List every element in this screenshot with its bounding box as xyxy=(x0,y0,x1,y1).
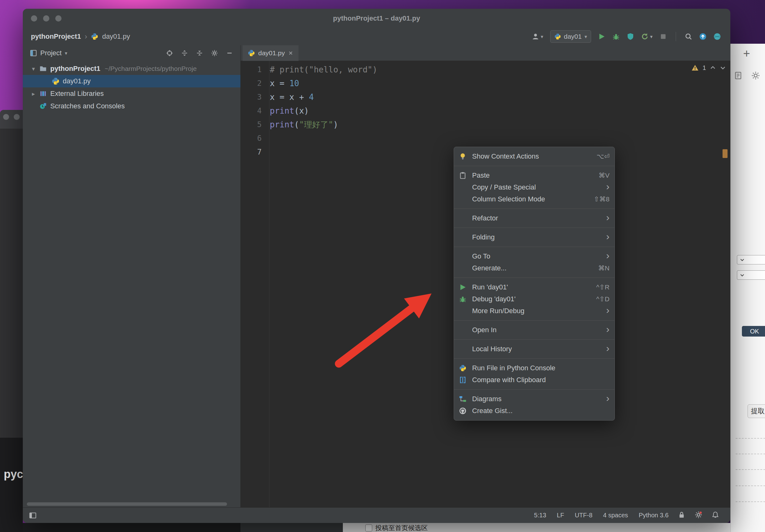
profiler-icon xyxy=(641,33,648,40)
chevron-down-icon[interactable]: ▾ xyxy=(65,50,67,56)
gear-badge-button[interactable] xyxy=(695,511,702,519)
menu-item-folding[interactable]: Folding› xyxy=(454,231,614,243)
background-strip xyxy=(23,523,241,532)
project-panel-title[interactable]: Project xyxy=(40,49,62,57)
line-number: 7 xyxy=(241,145,269,159)
menu-item-more-run-debug[interactable]: More Run/Debug› xyxy=(454,305,614,317)
code-line[interactable]: x = 10 xyxy=(270,77,721,90)
gear-button[interactable] xyxy=(211,50,218,57)
menu-item-copy-paste-special[interactable]: Copy / Paste Special› xyxy=(454,182,614,193)
status-item-utf-8[interactable]: UTF-8 xyxy=(575,512,593,519)
menu-item-go-to[interactable]: Go To› xyxy=(454,251,614,262)
profiler-button[interactable]: ▾ xyxy=(641,33,653,40)
lightbulb-icon xyxy=(459,153,466,160)
target-button[interactable] xyxy=(166,50,173,57)
tree-item-scratches-and-consoles[interactable]: Scratches and Consoles xyxy=(23,100,241,112)
menu-item-open-in[interactable]: Open In› xyxy=(454,324,614,336)
menu-item-create-gist[interactable]: Create Gist... xyxy=(454,405,614,417)
close-icon[interactable] xyxy=(288,50,294,56)
pycharm-window: pythonProject1 – day01.py pythonProject1… xyxy=(23,9,730,523)
traffic-light-icon[interactable] xyxy=(14,114,20,120)
titlebar[interactable]: pythonProject1 – day01.py xyxy=(23,9,730,28)
doc-button[interactable] xyxy=(734,71,743,80)
python-icon xyxy=(248,49,255,57)
inspection-widget[interactable]: 1 xyxy=(691,64,726,72)
bell-button[interactable] xyxy=(712,511,719,519)
checkbox-icon[interactable] xyxy=(365,525,372,531)
target-icon xyxy=(166,50,173,57)
extract-button[interactable]: 提取 xyxy=(748,404,765,418)
background-window-left[interactable]: pyc xyxy=(0,110,23,532)
chevron-up-icon[interactable] xyxy=(710,65,716,71)
minus-button[interactable] xyxy=(226,50,233,57)
menu-item-run-day01[interactable]: Run 'day01'^⇧R xyxy=(454,281,614,293)
error-stripe-mark[interactable] xyxy=(723,149,728,158)
menu-item-label: Copy / Paste Special xyxy=(472,183,606,192)
tree-label: day01.py xyxy=(63,77,91,85)
menu-item-label: Open In xyxy=(472,326,606,334)
user-menu-button[interactable]: ▾ xyxy=(532,33,543,40)
submit-homepage-checkbox[interactable]: 投稿至首页候选区 xyxy=(365,524,428,532)
tab-day01[interactable]: day01.py xyxy=(243,45,299,61)
menu-item-run-file-in-python-console[interactable]: Run File in Python Console xyxy=(454,362,614,374)
stop-button[interactable] xyxy=(659,33,667,40)
ok-button[interactable]: OK xyxy=(742,326,765,336)
code-line[interactable]: # print("hello, word") xyxy=(270,63,721,77)
tree-item-external-libraries[interactable]: ▸External Libraries xyxy=(23,87,241,100)
menu-item-label: Local History xyxy=(472,345,606,353)
code-line[interactable]: x = x + 4 xyxy=(270,90,721,104)
collapse-button[interactable] xyxy=(196,50,203,57)
menu-item-diagrams[interactable]: Diagrams› xyxy=(454,393,614,405)
chevron-down-icon[interactable] xyxy=(720,65,726,71)
coverage-button[interactable] xyxy=(627,33,634,40)
debug-button[interactable] xyxy=(612,33,620,40)
traffic-light-icon[interactable] xyxy=(3,114,9,120)
status-item-4-spaces[interactable]: 4 spaces xyxy=(603,512,628,519)
submenu-arrow-icon: › xyxy=(606,182,609,192)
horizontal-scrollbar[interactable] xyxy=(27,502,227,506)
checkbox-label: 投稿至首页候选区 xyxy=(375,524,428,532)
update-button[interactable] xyxy=(699,33,707,40)
run-config-select[interactable]: day01▾ xyxy=(550,30,591,43)
menu-item-refactor[interactable]: Refactor› xyxy=(454,212,614,224)
tree-item-pythonproject1[interactable]: ▾pythonProject1~/PycharmProjects/pythonP… xyxy=(23,62,241,75)
divider xyxy=(736,438,765,439)
expand-button[interactable] xyxy=(181,50,188,57)
code-line[interactable]: print("理好了") xyxy=(270,118,721,132)
lock-button[interactable] xyxy=(678,511,685,519)
code-token: x = xyxy=(270,79,290,88)
debug-icon xyxy=(459,295,472,303)
menu-item-paste[interactable]: Paste⌘V xyxy=(454,170,614,182)
breadcrumb-file[interactable]: day01.py xyxy=(102,32,130,41)
menu-item-local-history[interactable]: Local History› xyxy=(454,343,614,355)
tree-item-day01-py[interactable]: day01.py xyxy=(23,75,241,87)
menu-shortcut: ⌘V xyxy=(599,172,609,179)
lightbulb-icon xyxy=(459,153,472,160)
run-button[interactable] xyxy=(598,33,605,40)
status-item-5-13[interactable]: 5:13 xyxy=(534,512,546,519)
sphere-button[interactable] xyxy=(713,33,721,40)
chevron-down-icon[interactable]: ▾ xyxy=(28,65,39,72)
search-button[interactable] xyxy=(685,33,692,40)
menu-item-compare-with-clipboard[interactable]: Compare with Clipboard xyxy=(454,374,614,386)
code-line[interactable]: print(x) xyxy=(270,104,721,118)
status-item-lf[interactable]: LF xyxy=(557,512,564,519)
minus-icon xyxy=(226,50,233,57)
status-item-python-3-6[interactable]: Python 3.6 xyxy=(638,512,668,519)
menu-item-show-context-actions[interactable]: Show Context Actions⌥⏎ xyxy=(454,151,614,162)
add-button[interactable]: + xyxy=(743,47,750,60)
code-line[interactable] xyxy=(270,132,721,145)
warning-count: 1 xyxy=(703,64,706,72)
line-number: 1 xyxy=(241,63,269,77)
editor-code[interactable]: # print("hello, word")x = 10x = x + 4pri… xyxy=(270,61,721,159)
breadcrumb-project[interactable]: pythonProject1 xyxy=(31,32,81,41)
menu-item-column-selection-mode[interactable]: Column Selection Mode⇧⌘8 xyxy=(454,193,614,205)
dropdown-select[interactable] xyxy=(737,270,765,280)
dropdown-select[interactable] xyxy=(737,255,765,265)
tool-windows-icon[interactable] xyxy=(29,512,37,519)
menu-item-generate[interactable]: Generate...⌘N xyxy=(454,262,614,274)
gear-gray-button[interactable] xyxy=(751,71,760,80)
background-window-right[interactable]: + OK 提取 xyxy=(730,44,765,532)
menu-item-debug-day01[interactable]: Debug 'day01'^⇧D xyxy=(454,293,614,305)
chevron-right-icon[interactable]: ▸ xyxy=(28,90,39,97)
